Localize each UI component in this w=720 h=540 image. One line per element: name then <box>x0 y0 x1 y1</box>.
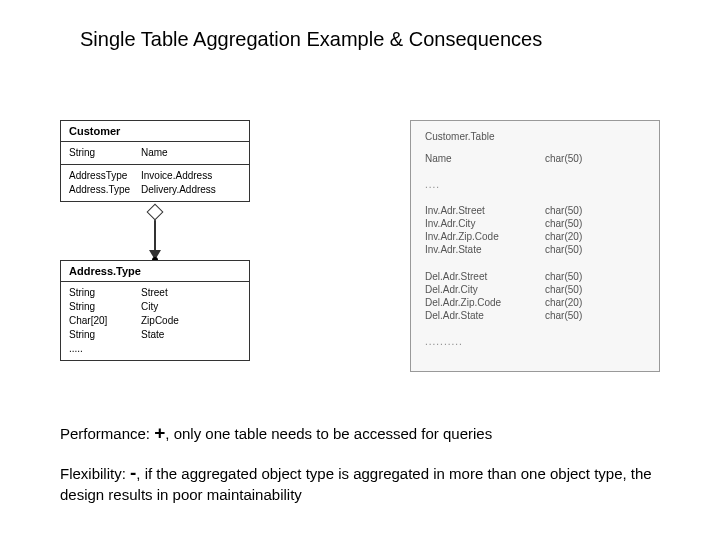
col-type: char(50) <box>545 217 645 230</box>
uml-name: City <box>141 300 241 314</box>
table-row: Name char(50) <box>425 152 645 165</box>
uml-type: AddressType <box>69 169 141 183</box>
uml-name: Name <box>141 146 241 160</box>
uml-type: String <box>69 286 141 300</box>
uml-addresstype-section: String Street String City Char[20] ZipCo… <box>61 282 249 360</box>
uml-row: String Name <box>69 146 241 160</box>
slide-title: Single Table Aggregation Example & Conse… <box>80 28 542 51</box>
plus-icon: + <box>154 422 165 443</box>
table-ellipsis: .... <box>425 179 645 190</box>
performance-label: Performance: <box>60 425 154 442</box>
col-type: char(50) <box>545 309 645 322</box>
col-type: char(50) <box>545 283 645 296</box>
table-row: Inv.Adr.Zip.Code char(20) <box>425 230 645 243</box>
col-name: Del.Adr.Street <box>425 270 545 283</box>
uml-type: ..... <box>69 342 141 356</box>
uml-row: AddressType Invoice.Address <box>69 169 241 183</box>
diagram-area: Customer String Name AddressType Invoice… <box>60 110 660 390</box>
uml-addresstype-title: Address.Type <box>61 261 249 282</box>
uml-ellipsis: ..... <box>69 342 241 356</box>
col-type: char(50) <box>545 152 645 165</box>
performance-note: Performance: +, only one table needs to … <box>60 420 690 446</box>
col-name: Inv.Adr.State <box>425 243 545 256</box>
uml-name: Delivery.Address <box>141 183 241 197</box>
flexibility-label: Flexibility: <box>60 465 130 482</box>
uml-row: String Street <box>69 286 241 300</box>
notes-area: Performance: +, only one table needs to … <box>60 420 690 520</box>
uml-customer-section1: String Name <box>61 142 249 165</box>
flexibility-text: , if the aggregated object type is aggre… <box>60 465 652 504</box>
col-name: Del.Adr.City <box>425 283 545 296</box>
col-name: Inv.Adr.Street <box>425 204 545 217</box>
table-row: Inv.Adr.Street char(50) <box>425 204 645 217</box>
aggregation-diamond-icon <box>147 204 164 221</box>
uml-customer-box: Customer String Name AddressType Invoice… <box>60 120 250 202</box>
col-type: char(20) <box>545 296 645 309</box>
table-row: Inv.Adr.State char(50) <box>425 243 645 256</box>
table-row: Del.Adr.State char(50) <box>425 309 645 322</box>
table-ellipsis: .......... <box>425 336 645 347</box>
uml-customer-section2: AddressType Invoice.Address Address.Type… <box>61 165 249 201</box>
uml-type: Char[20] <box>69 314 141 328</box>
col-name: Inv.Adr.Zip.Code <box>425 230 545 243</box>
db-table-box: Customer.Table Name char(50) .... Inv.Ad… <box>410 120 660 372</box>
uml-customer-title: Customer <box>61 121 249 142</box>
db-table-title: Customer.Table <box>425 131 645 142</box>
col-type: char(50) <box>545 270 645 283</box>
table-row: Del.Adr.City char(50) <box>425 283 645 296</box>
col-type: char(20) <box>545 230 645 243</box>
col-name: Del.Adr.Zip.Code <box>425 296 545 309</box>
uml-row: String State <box>69 328 241 342</box>
uml-row: Address.Type Delivery.Address <box>69 183 241 197</box>
uml-type: String <box>69 328 141 342</box>
uml-addresstype-box: Address.Type String Street String City C… <box>60 260 250 361</box>
uml-name: ZipCode <box>141 314 241 328</box>
table-row: Inv.Adr.City char(50) <box>425 217 645 230</box>
col-type: char(50) <box>545 204 645 217</box>
uml-row: String City <box>69 300 241 314</box>
uml-type: String <box>69 146 141 160</box>
col-name: Name <box>425 152 545 165</box>
uml-name: Invoice.Address <box>141 169 241 183</box>
table-row: Del.Adr.Street char(50) <box>425 270 645 283</box>
uml-name: Street <box>141 286 241 300</box>
col-name: Del.Adr.State <box>425 309 545 322</box>
uml-type: String <box>69 300 141 314</box>
col-name: Inv.Adr.City <box>425 217 545 230</box>
uml-type: Address.Type <box>69 183 141 197</box>
col-type: char(50) <box>545 243 645 256</box>
performance-text: , only one table needs to be accessed fo… <box>165 425 492 442</box>
table-row: Del.Adr.Zip.Code char(20) <box>425 296 645 309</box>
uml-row: Char[20] ZipCode <box>69 314 241 328</box>
flexibility-note: Flexibility: -, if the aggregated object… <box>60 460 690 506</box>
uml-name: State <box>141 328 241 342</box>
